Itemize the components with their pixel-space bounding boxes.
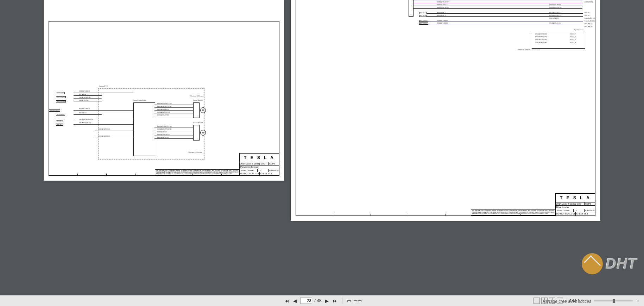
disclaimer-text: THE INFORMATION CONTAINED HEREIN IS DEEM…	[155, 169, 239, 175]
out-label: B1K_2_N	[570, 42, 576, 43]
wire-label: FER73A0 WT-CG 0.5	[98, 136, 110, 137]
pin: VRL_35_K GCV	[419, 20, 428, 22]
out-label: ACCR1_REFN2	[585, 1, 593, 3]
pin: FER/CAN H	[56, 120, 63, 122]
tesla-logo: T E S L A	[240, 154, 279, 162]
conn-x701	[409, 0, 413, 17]
pin: VRL_35_K GCV	[419, 23, 428, 25]
two-page-view-button[interactable]: ▭▭	[354, 298, 361, 304]
single-page-view-button[interactable]: ▭	[346, 298, 352, 304]
layout-icon-3[interactable]	[549, 298, 555, 304]
watermark-dht: DHT	[582, 253, 637, 274]
zoom-in-button[interactable]: +	[635, 298, 641, 304]
wire-label: CNS3A0 WT-BR 0.35 T43	[79, 119, 93, 120]
pin: F100+BX/SUNROOF	[49, 110, 60, 112]
schematic-drive-inverter: Brake switch signals on separate page X7…	[412, 0, 585, 56]
wire-label: DRV13A1 RD 0.5 B1	[535, 36, 547, 38]
wire-label: DRV06A1 RD-VIO 0.5	[549, 7, 562, 8]
wire-label: VRL00A0 YL-BK 0.5	[549, 23, 561, 24]
wire-label: X200 INDVACT1	[549, 18, 558, 19]
out-label: PWR_BAT (w)	[585, 26, 592, 27]
terminator-label: Signal Terminator	[574, 29, 583, 31]
out-label: B1K_2_P	[570, 39, 576, 40]
motor-label: Sunroof Motor LH	[193, 100, 203, 101]
wire-label: SNC1A00 BK 1.0	[79, 94, 88, 95]
tb-sop: SOP5	[269, 162, 279, 166]
page-total-label: / 48	[314, 298, 321, 303]
tb-sheetno: SHEET 28.1	[576, 212, 595, 216]
tb-sheetname: Drive Inverter	[556, 206, 595, 209]
zoom-value: 48.51%	[569, 298, 583, 303]
pin: CBX/FWR18+0	[56, 92, 65, 94]
layout-icon-4[interactable]	[557, 298, 563, 304]
tb-rev: 13	[258, 169, 269, 172]
layout-icon-1[interactable]	[533, 298, 540, 304]
out-label: GND (w)	[585, 15, 589, 16]
prev-page-button[interactable]: ◀	[292, 298, 298, 304]
pdf-toolbar: ⏮ ◀ / 48 ▶ ⏭ ▭ ▭▭ 48.51% − +	[0, 295, 644, 306]
wire-label: VRL00A0 YL-BK 0.5	[437, 23, 448, 24]
last-page-button[interactable]: ⏭	[332, 298, 339, 304]
out-label: PWR_BAT (w)	[585, 23, 592, 25]
zoom-slider[interactable]	[594, 300, 633, 301]
wire-label: DRV12A1 RD 0.5 B1	[535, 33, 547, 35]
tb-sheetno: SHEET 27.1	[260, 172, 279, 175]
wire-label: DRV05A1 YL-RD 0.5	[549, 4, 561, 6]
out-label: GND (w)	[585, 12, 589, 13]
wire-label: FAC08A0 YL-BU 3.0	[79, 90, 90, 92]
toolbar-right-cluster: 48.51% − +	[533, 298, 641, 304]
page-number-input[interactable]	[300, 298, 312, 304]
wire-label: DRV06A0 WT-VIO/WT	[437, 1, 449, 3]
tb-docno: 1004573-00-E	[556, 209, 574, 212]
tb-docno: 1004573-00-E	[240, 169, 258, 172]
watermark-text: DHT	[606, 255, 637, 272]
wire-label: FER05A1 BK-GY 0.5	[157, 137, 169, 138]
motor-rh	[200, 130, 206, 136]
wire-label: FER05A0 WT/CR 0.35	[157, 134, 170, 136]
wire-label: FER02A0 BK-WT 1.0 T43	[157, 106, 171, 107]
layout-icon-2[interactable]	[541, 298, 548, 304]
wire-label: DRV13A1 CG 0.5 B1	[535, 39, 547, 40]
page-28: Brake switch signals on separate page X7…	[291, 0, 600, 221]
wire-label: CN02A0 TN 0.35	[79, 100, 88, 101]
tb-scale: DO NOT SCALE DRAWING	[556, 212, 576, 216]
module-label: Sunroof Control Module	[133, 100, 146, 101]
wire-label: FER03A0 RD-WT 1.0 T43	[157, 103, 172, 105]
disclaimer-text: THE INFORMATION CONTAINED HEREIN IS DEEM…	[471, 210, 555, 216]
next-page-button[interactable]: ▶	[324, 298, 330, 304]
pin: SNC/SUNROOF	[56, 114, 65, 116]
wire-label: FER73A0 WT-CG 0.5	[98, 129, 110, 130]
wire-label: BNC62B1 GD/WT 0.5	[549, 12, 561, 13]
watermark-arrow-icon	[582, 253, 603, 274]
zoom-control: 48.51% − +	[569, 298, 641, 304]
wire-label: FER06A0 BK 0.5	[157, 131, 167, 133]
wire-label: BNC62B1 GD/WT 1.0	[549, 15, 561, 16]
pin: CBX/FWR/CAN H	[56, 96, 66, 98]
pdf-viewport: Gateway RP PO Sunroof Control Module CBX…	[0, 0, 644, 295]
tb-rev: 13	[574, 209, 585, 212]
motor-lh	[200, 107, 206, 113]
title-block-left: T E S L A 2014 Model S Wiring: LHDSOP5 P…	[239, 153, 279, 176]
tesla-logo: T E S L A	[556, 194, 595, 202]
wire-label: FER02A0 WT-BR 0.5	[157, 109, 169, 110]
tb-sop: SOP5	[585, 202, 595, 206]
pin: BNC_INV LH	[419, 12, 427, 14]
wire-label: DRV12A1 BK 0.5 B1	[535, 42, 547, 43]
motor-note: CW = open, CCW = close	[188, 152, 202, 153]
tb-model: 2014 Model S Wiring: LHD	[556, 202, 585, 206]
wire-label: BNC62B0 BK 1.0	[437, 12, 446, 13]
title-block-right: T E S L A 2014 Model S Wiring: LHDSOP5 D…	[555, 193, 595, 216]
out-label: Brake Sw B H (NO)	[585, 18, 595, 19]
wire-label: VRL00B0 YL-BK 0.5	[437, 20, 448, 21]
wire-label: BNC62A0 BK 1.0	[437, 15, 446, 16]
wire-label: CNS1A0 TN 0.35 T44	[79, 122, 91, 124]
zoom-out-button[interactable]: −	[586, 298, 592, 304]
first-page-button[interactable]: ⏮	[283, 298, 290, 304]
tb-date: 8/14/2014	[585, 209, 595, 212]
pin: BNC_INV RH	[419, 15, 427, 17]
tb-model: 2014 Model S Wiring: LHD	[240, 162, 269, 166]
tb-date: 8/14/2014	[269, 169, 279, 172]
wire-label: SNC1B00 2.0	[79, 112, 86, 114]
schematic-sunroof: Gateway RP PO Sunroof Control Module CBX…	[59, 88, 198, 162]
drawing-frame-left: Gateway RP PO Sunroof Control Module CBX…	[49, 21, 279, 176]
